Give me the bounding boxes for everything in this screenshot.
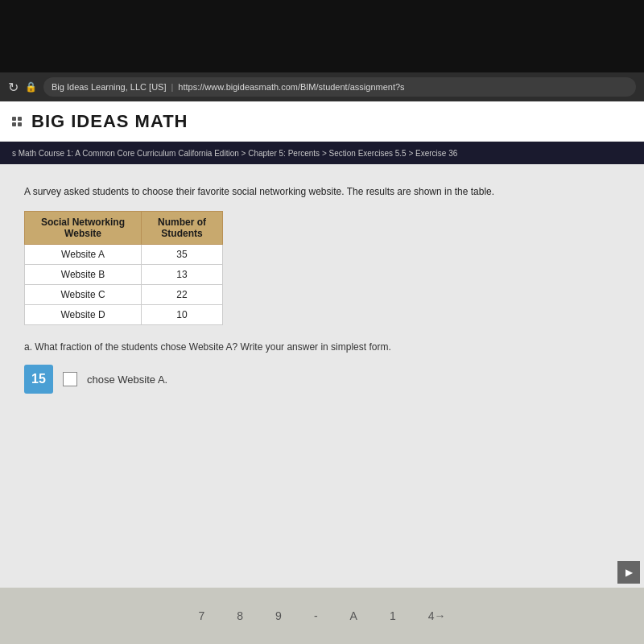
screen: ↻ 🔒 Big Ideas Learning, LLC [US] | https…: [0, 0, 644, 644]
col-header-website: Social NetworkingWebsite: [25, 212, 142, 245]
main-content: A survey asked students to choose their …: [0, 164, 644, 588]
breadcrumb-bar: s Math Course 1: A Common Core Curriculu…: [0, 142, 644, 164]
table-cell-students: 35: [142, 245, 223, 265]
table-cell-website: Website B: [25, 265, 142, 285]
app-title: BIG IDEAS MATH: [31, 111, 188, 132]
url-site: Big Ideas Learning, LLC [US]: [52, 82, 166, 92]
table-cell-students: 13: [142, 265, 223, 285]
answer-checkbox[interactable]: [63, 372, 77, 386]
bottom-section: 7 8 9 - A 1 4→: [0, 588, 644, 644]
table-row: Website A35: [25, 245, 223, 265]
browser-url-bar[interactable]: Big Ideas Learning, LLC [US] | https://w…: [43, 77, 636, 97]
answer-label: chose Website A.: [87, 374, 167, 386]
answer-row: 15 chose Website A.: [24, 365, 620, 394]
lock-icon: 🔒: [25, 81, 37, 93]
question-number-badge: 15: [24, 365, 53, 394]
bottom-num-1[interactable]: 1: [390, 609, 396, 622]
table-cell-website: Website D: [25, 305, 142, 325]
bottom-num-arrow[interactable]: 4→: [428, 609, 446, 622]
bottom-num-a[interactable]: A: [350, 609, 357, 622]
top-bar: [0, 0, 644, 72]
next-button[interactable]: ▶: [617, 561, 640, 584]
table-row: Website C22: [25, 285, 223, 305]
logo-icon: [12, 117, 22, 126]
col-header-students: Number ofStudents: [142, 212, 223, 245]
table-row: Website D10: [25, 305, 223, 325]
app-header: BIG IDEAS MATH: [0, 101, 644, 142]
table-cell-students: 22: [142, 285, 223, 305]
subquestion: a. What fraction of the students chose W…: [24, 341, 620, 353]
url-path: https://www.bigideasmath.com/BIM/student…: [178, 82, 404, 92]
logo-dot-4: [18, 122, 22, 126]
table-cell-students: 10: [142, 305, 223, 325]
url-separator: |: [171, 82, 173, 92]
table-cell-website: Website C: [25, 285, 142, 305]
breadcrumb: s Math Course 1: A Common Core Curriculu…: [12, 149, 457, 158]
bottom-num-7[interactable]: 7: [199, 609, 205, 622]
table-row: Website B13: [25, 265, 223, 285]
bottom-area-wrapper: 7 8 9 - A 1 4→ ▶: [0, 588, 644, 644]
bottom-num-dash[interactable]: -: [314, 609, 318, 622]
logo-dot-2: [18, 117, 22, 121]
logo-dot-1: [12, 117, 16, 121]
bottom-num-8[interactable]: 8: [237, 609, 243, 622]
problem-description: A survey asked students to choose their …: [24, 184, 620, 199]
refresh-icon[interactable]: ↻: [8, 80, 19, 95]
data-table: Social NetworkingWebsite Number ofStuden…: [24, 211, 223, 325]
logo-dot-3: [12, 122, 16, 126]
bottom-num-9[interactable]: 9: [275, 609, 282, 622]
table-cell-website: Website A: [25, 245, 142, 265]
browser-chrome: ↻ 🔒 Big Ideas Learning, LLC [US] | https…: [0, 72, 644, 101]
